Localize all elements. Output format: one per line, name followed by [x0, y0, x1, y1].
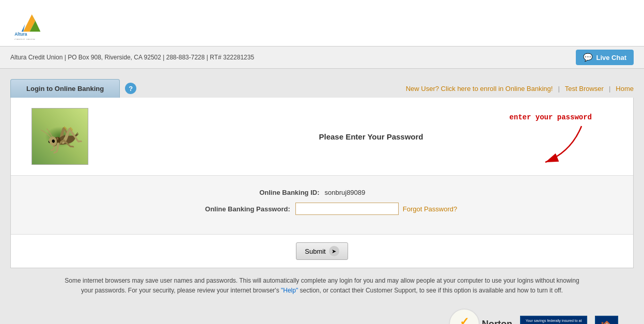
- password-row: Online Banking Password: Forgot Password…: [32, 203, 612, 215]
- password-label: Online Banking Password:: [187, 205, 290, 213]
- form-section: Online Banking ID: sonbruj89089 Online B…: [11, 176, 633, 235]
- password-input[interactable]: [295, 203, 399, 215]
- info-bar: Altura Credit Union | PO Box 908, Rivers…: [0, 47, 644, 69]
- tab-section: Login to Online Banking ?: [10, 79, 136, 98]
- house-icon: 🏠: [599, 320, 615, 324]
- banking-id-label: Online Banking ID:: [216, 189, 320, 196]
- banking-id-value: sonbruj89089: [325, 189, 428, 196]
- logo-area: Altura CREDIT UNION: [10, 6, 62, 40]
- new-user-link[interactable]: New User? Click here to enroll in Online…: [406, 85, 553, 92]
- fdic-text: Your savings federally insured to at lea…: [523, 318, 585, 324]
- forgot-password-link[interactable]: Forgot Password?: [403, 205, 458, 213]
- footer-badges: ✓ SECURED Norton powered by Symantec You…: [10, 303, 634, 324]
- live-chat-button[interactable]: 💬 Live Chat: [576, 50, 634, 65]
- help-icon-button[interactable]: ?: [125, 83, 136, 94]
- login-box: 🦗 Please Enter Your Password enter your …: [10, 98, 634, 268]
- norton-checkmark-icon: ✓: [460, 315, 469, 324]
- house-badge: 🏠: [595, 316, 618, 324]
- submit-row: Submit ➤: [11, 235, 633, 268]
- nav-links: New User? Click here to enroll in Online…: [406, 85, 634, 92]
- svg-text:CREDIT UNION: CREDIT UNION: [14, 38, 35, 40]
- security-image: 🦗: [32, 108, 88, 165]
- warning-text: Some internet browsers may save user nam…: [65, 277, 579, 294]
- submit-button[interactable]: Submit ➤: [296, 242, 348, 260]
- norton-brand-text: Norton: [482, 319, 512, 324]
- warning-section: Some internet browsers may save user nam…: [38, 268, 606, 303]
- annotation-text: enter your password: [509, 113, 592, 121]
- svg-text:Altura: Altura: [14, 32, 27, 37]
- login-tab[interactable]: Login to Online Banking: [10, 79, 120, 98]
- altura-logo: Altura CREDIT UNION: [10, 6, 62, 40]
- help-link[interactable]: "Help": [281, 287, 298, 294]
- home-link[interactable]: Home: [616, 85, 634, 92]
- dragonfly-image: 🦗: [37, 111, 86, 158]
- submit-arrow-icon: ➤: [329, 246, 339, 256]
- banking-id-row: Online Banking ID: sonbruj89089: [32, 189, 612, 196]
- norton-badge: ✓ SECURED Norton powered by Symantec: [449, 308, 512, 324]
- main-content: Login to Online Banking ? New User? Clic…: [0, 69, 644, 324]
- address-text: Altura Credit Union | PO Box 908, Rivers…: [10, 54, 254, 61]
- top-nav: Login to Online Banking ? New User? Clic…: [10, 79, 634, 98]
- password-prompt-text: Please Enter Your Password: [88, 132, 612, 141]
- test-browser-link[interactable]: Test Browser: [565, 85, 604, 92]
- image-prompt-section: 🦗 Please Enter Your Password enter your …: [11, 98, 633, 176]
- chat-icon: 💬: [583, 53, 593, 62]
- fdic-badge: Your savings federally insured to at lea…: [520, 316, 587, 324]
- header: Altura CREDIT UNION: [0, 0, 644, 47]
